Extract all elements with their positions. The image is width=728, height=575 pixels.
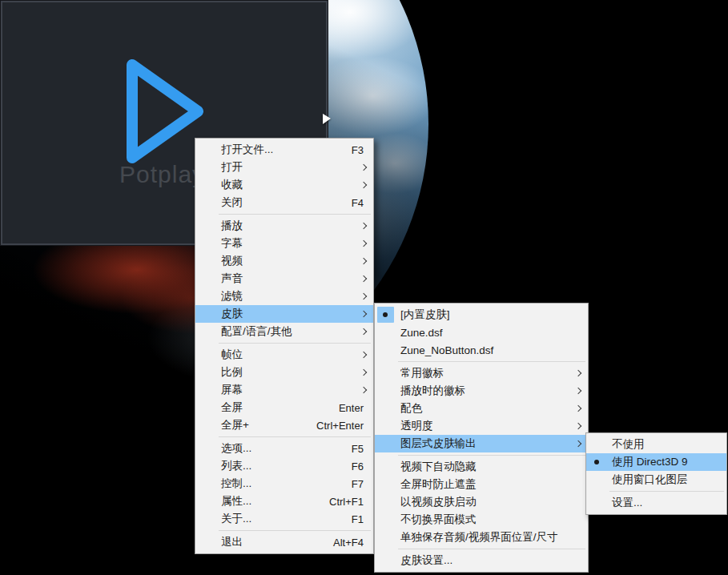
chevron-right-icon xyxy=(360,328,367,335)
menu-item[interactable]: 图层式皮肤输出 xyxy=(375,435,588,452)
menu-item[interactable]: 全屏Enter xyxy=(195,399,373,416)
chevron-right-icon xyxy=(360,311,367,317)
menu-item[interactable]: [内置皮肤] xyxy=(375,306,588,324)
menu-item-label: 全屏+ xyxy=(221,418,249,432)
chevron-right-icon xyxy=(360,293,367,300)
menu-shortcut-label: F5 xyxy=(340,443,364,455)
menu-shortcut-label: F7 xyxy=(340,478,364,490)
menu-item[interactable]: 关闭F4 xyxy=(195,194,373,211)
menu-item-label: Zune_NoButton.dsf xyxy=(400,344,493,356)
menu-separator xyxy=(398,455,585,456)
layer-output-submenu: 不使用使用 Direct3D 9使用窗口化图层设置... xyxy=(585,432,727,515)
menu-item-label: 帧位 xyxy=(221,348,243,362)
menu-item[interactable]: 设置... xyxy=(586,494,726,512)
menu-item-label: 全屏 xyxy=(221,400,243,415)
menu-item[interactable]: 属性...Ctrl+F1 xyxy=(195,493,373,510)
menu-item-label: 滤镜 xyxy=(221,289,243,304)
menu-item[interactable]: 帧位 xyxy=(195,346,373,364)
menu-item-label: 控制... xyxy=(221,476,251,491)
chevron-right-icon xyxy=(360,240,367,247)
menu-shortcut-label: Ctrl+Enter xyxy=(305,420,364,432)
menu-item[interactable]: 配置/语言/其他 xyxy=(195,323,373,340)
menu-item[interactable]: 皮肤设置... xyxy=(375,552,588,569)
menu-item[interactable]: 皮肤 xyxy=(195,305,373,323)
menu-item[interactable]: 控制...F7 xyxy=(195,475,373,493)
chevron-right-icon xyxy=(360,223,367,229)
menu-item[interactable]: 不切换界面模式 xyxy=(375,511,588,529)
menu-item[interactable]: 比例 xyxy=(195,364,373,381)
menu-separator xyxy=(219,436,371,437)
chevron-right-icon xyxy=(360,182,367,188)
menu-item[interactable]: 单独保存音频/视频界面位置/尺寸 xyxy=(375,529,588,546)
menu-item[interactable]: 配色 xyxy=(375,400,588,417)
skin-submenu: [内置皮肤]Zune.dsfZune_NoButton.dsf常用徽标播放时的徽… xyxy=(374,303,589,573)
menu-shortcut-label: Ctrl+F1 xyxy=(318,496,364,508)
menu-item[interactable]: 屏幕 xyxy=(195,381,373,399)
menu-item[interactable]: 选项...F5 xyxy=(195,440,373,457)
menu-item-label: 比例 xyxy=(221,365,243,380)
menu-item[interactable]: 字幕 xyxy=(195,235,373,252)
menu-item[interactable]: 声音 xyxy=(195,270,373,288)
menu-item-label: 全屏时防止遮盖 xyxy=(400,477,477,492)
menu-item-label: 配置/语言/其他 xyxy=(221,324,292,339)
menu-item-label: 使用窗口化图层 xyxy=(612,472,688,487)
menu-item-label: 播放 xyxy=(221,219,243,233)
menu-item-label: 皮肤设置... xyxy=(400,553,452,568)
menu-item[interactable]: 使用窗口化图层 xyxy=(586,471,726,489)
menu-item[interactable]: 视频 xyxy=(195,252,373,270)
menu-item-label: 退出 xyxy=(221,535,243,549)
menu-item[interactable]: 退出Alt+F4 xyxy=(195,533,373,551)
chevron-right-icon xyxy=(360,164,367,171)
chevron-right-icon xyxy=(360,352,367,358)
menu-item[interactable]: Zune.dsf xyxy=(375,324,588,341)
chevron-right-icon xyxy=(360,369,367,376)
menu-item[interactable]: 不使用 xyxy=(586,436,726,453)
menu-item-label: 关于... xyxy=(221,512,251,526)
menu-item-label: 字幕 xyxy=(221,236,243,251)
menu-item[interactable]: 打开文件...F3 xyxy=(195,141,373,159)
menu-separator xyxy=(219,214,371,215)
menu-item[interactable]: 列表...F6 xyxy=(195,457,373,475)
menu-item-label: 皮肤 xyxy=(221,307,243,321)
menu-item[interactable]: 透明度 xyxy=(375,417,588,435)
menu-shortcut-label: F3 xyxy=(340,144,364,156)
menu-item[interactable]: 滤镜 xyxy=(195,288,373,305)
menu-item[interactable]: 常用徽标 xyxy=(375,364,588,382)
menu-item[interactable]: 视频下自动隐藏 xyxy=(375,458,588,476)
menu-item[interactable]: 关于...F1 xyxy=(195,510,373,528)
chevron-right-icon xyxy=(575,423,581,429)
menu-shortcut-label: Enter xyxy=(328,402,364,414)
radio-selected-box xyxy=(589,454,605,470)
menu-item-label: 不使用 xyxy=(612,437,645,452)
bullet-dot-icon xyxy=(594,460,599,464)
arrow-cursor-icon xyxy=(323,114,331,124)
menu-item[interactable]: 收藏 xyxy=(195,176,373,194)
bullet-dot-icon xyxy=(383,312,388,317)
menu-item-label: 图层式皮肤输出 xyxy=(400,436,477,451)
menu-item[interactable]: Zune_NoButton.dsf xyxy=(375,341,588,359)
menu-item-label: 透明度 xyxy=(400,419,433,433)
menu-item[interactable]: 播放 xyxy=(195,217,373,235)
menu-item-label: 打开文件... xyxy=(221,143,273,157)
menu-item[interactable]: 打开 xyxy=(195,159,373,176)
menu-item[interactable]: 全屏时防止遮盖 xyxy=(375,476,588,493)
menu-item[interactable]: 以视频皮肤启动 xyxy=(375,493,588,511)
chevron-right-icon xyxy=(575,370,581,376)
menu-item-label: 关闭 xyxy=(221,195,243,210)
menu-item[interactable]: 播放时的徽标 xyxy=(375,382,588,400)
menu-item[interactable]: 使用 Direct3D 9 xyxy=(586,453,726,471)
chevron-right-icon xyxy=(575,440,581,447)
chevron-right-icon xyxy=(575,405,581,412)
menu-item-label: 视频下自动隐藏 xyxy=(400,460,477,474)
menu-item-label: 常用徽标 xyxy=(400,366,444,380)
menu-shortcut-label: Alt+F4 xyxy=(322,537,364,549)
chevron-right-icon xyxy=(360,387,367,393)
menu-separator xyxy=(398,549,585,549)
menu-item-label: 屏幕 xyxy=(221,383,243,397)
chevron-right-icon xyxy=(360,258,367,264)
menu-item-label: 列表... xyxy=(221,459,251,473)
chevron-right-icon xyxy=(575,388,581,394)
menu-item-label: 播放时的徽标 xyxy=(400,384,465,398)
menu-item[interactable]: 全屏+Ctrl+Enter xyxy=(195,416,373,434)
menu-item-label: 视频 xyxy=(221,254,243,268)
